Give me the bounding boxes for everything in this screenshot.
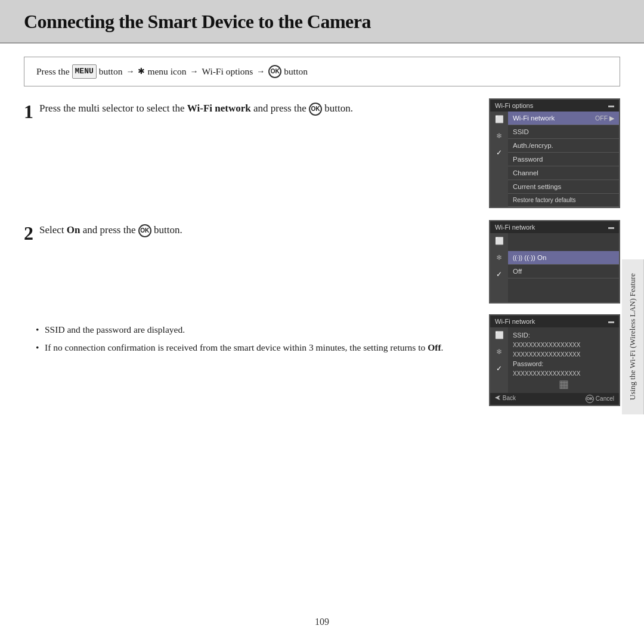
menu-item-off: Off bbox=[508, 265, 619, 278]
step-2-row: 2 Select On and press the OK button. Wi-… bbox=[24, 220, 620, 304]
screen1-body: ⬜ ❄ ✓ Wi-Fi network OFF ▶ SSID bbox=[490, 112, 619, 207]
wrench-icon-3: ✓ bbox=[496, 364, 502, 373]
notes-and-screen3: SSID and the password are displayed. If … bbox=[24, 314, 620, 406]
screen2-header: Wi-Fi network ▬ bbox=[490, 221, 619, 233]
screen2-menu: ((·)) ((·)) On Off bbox=[508, 233, 619, 302]
step-1-plain3: button. bbox=[322, 103, 353, 114]
wifi-menu-icon: ✱ bbox=[138, 65, 145, 78]
ok-icon-step1: OK bbox=[309, 103, 322, 116]
wrench-icon-2: ✓ bbox=[496, 270, 502, 278]
screen2-title: Wi-Fi network bbox=[495, 224, 535, 231]
camera-icon-2: ⬜ bbox=[495, 237, 504, 245]
screen3-info: SSID: XXXXXXXXXXXXXXXXX XXXXXXXXXXXXXXXX… bbox=[508, 327, 619, 393]
step-2-bold: On bbox=[67, 224, 80, 236]
screen1-title: Wi-Fi options bbox=[495, 102, 533, 109]
menu-item-password: Password bbox=[508, 153, 619, 166]
title-bar: Connecting the Smart Device to the Camer… bbox=[0, 0, 644, 44]
step-1-number: 1 bbox=[24, 102, 33, 121]
ssid-value2: XXXXXXXXXXXXXXXXX bbox=[513, 351, 580, 358]
page-title: Connecting the Smart Device to the Camer… bbox=[24, 11, 620, 33]
step-1-screen: Wi-Fi options ▬ ⬜ ❄ ✓ Wi-Fi network OF bbox=[489, 98, 620, 208]
arrow3: → bbox=[256, 65, 265, 78]
step-2-text: Select On and press the OK button. bbox=[39, 222, 471, 238]
screen3-header: Wi-Fi network ▬ bbox=[490, 315, 619, 327]
password-value: XXXXXXXXXXXXXXXXX bbox=[513, 370, 580, 377]
menu-item-wifi-network: Wi-Fi network OFF ▶ bbox=[508, 112, 619, 125]
screen1-header-icon: ▬ bbox=[608, 102, 614, 109]
screen3-title: Wi-Fi network bbox=[495, 318, 535, 325]
step-1-plain: Press the multi selector to select the bbox=[39, 103, 187, 114]
ssid-label: SSID: bbox=[513, 332, 530, 339]
ok-icon-nav: OK bbox=[268, 65, 281, 78]
menu-item-restore: Restore factory defaults bbox=[508, 194, 619, 207]
screen1-menu: Wi-Fi network OFF ▶ SSID Auth./encryp. P… bbox=[508, 112, 619, 207]
step-1-bold: Wi-Fi network bbox=[187, 103, 251, 114]
cancel-label: OK Cancel bbox=[586, 395, 614, 403]
camera-icon-1: ⬜ bbox=[495, 115, 504, 123]
nav-hint-box: Press the MENU button → ✱ menu icon → Wi… bbox=[24, 57, 620, 86]
menu-item-channel: Channel bbox=[508, 166, 619, 180]
step-1-plain2: and press the bbox=[251, 103, 309, 114]
camera-screen-2: Wi-Fi network ▬ ⬜ ❄ ✓ bbox=[489, 220, 620, 304]
screen3-footer: ⮜ Back OK Cancel bbox=[490, 393, 619, 405]
step-2-plain2: and press the bbox=[80, 224, 138, 236]
screen3-header-icon: ▬ bbox=[608, 318, 614, 324]
nav-hint-text1: button bbox=[99, 64, 123, 78]
main-content: Press the MENU button → ✱ menu icon → Wi… bbox=[0, 57, 644, 406]
step-1-text: Press the multi selector to select the W… bbox=[39, 101, 471, 116]
step-2-number: 2 bbox=[24, 224, 33, 243]
menu-item-wifi-network-value: OFF ▶ bbox=[595, 114, 614, 122]
note-1: SSID and the password are displayed. bbox=[36, 323, 471, 338]
step-3-screen: Wi-Fi network ▬ ⬜ ❄ ✓ SSID: XXXXXXXX bbox=[489, 314, 620, 406]
side-tab: Using the Wi-Fi (Wireless LAN) Feature bbox=[622, 259, 644, 414]
wrench-icon-1: ✓ bbox=[496, 148, 502, 157]
nav-hint-text4: button bbox=[284, 64, 308, 78]
menu-item-current: Current settings bbox=[508, 180, 619, 194]
wifi-on-label: ((·)) ((·)) On bbox=[513, 254, 546, 261]
menu-item-wifi-network-label: Wi-Fi network bbox=[513, 114, 555, 122]
ok-small-icon: OK bbox=[586, 395, 594, 403]
step-2-screen: Wi-Fi network ▬ ⬜ ❄ ✓ bbox=[489, 220, 620, 304]
ok-icon-step2: OK bbox=[138, 224, 151, 237]
menu-item-auth: Auth./encryp. bbox=[508, 139, 619, 153]
menu-key: MENU bbox=[72, 64, 97, 79]
screen1-header: Wi-Fi options ▬ bbox=[490, 100, 619, 112]
step-2-left: 2 Select On and press the OK button. bbox=[24, 220, 471, 243]
camera-screen-1: Wi-Fi options ▬ ⬜ ❄ ✓ Wi-Fi network OF bbox=[489, 98, 620, 208]
screen2-sidebar: ⬜ ❄ ✓ bbox=[490, 233, 508, 302]
step-1-row: 1 Press the multi selector to select the… bbox=[24, 98, 620, 208]
camera-icon-3: ⬜ bbox=[495, 331, 504, 339]
arrow1: → bbox=[126, 65, 134, 78]
notes-list: SSID and the password are displayed. If … bbox=[24, 323, 471, 356]
password-label-row: Password: bbox=[513, 359, 614, 369]
step-1-left: 1 Press the multi selector to select the… bbox=[24, 98, 471, 121]
ssid-value2-row: XXXXXXXXXXXXXXXXX bbox=[513, 349, 614, 359]
password-value-row: XXXXXXXXXXXXXXXXX bbox=[513, 369, 614, 378]
ssid-value1-row: XXXXXXXXXXXXXXXXX bbox=[513, 340, 614, 349]
screen2-body: ⬜ ❄ ✓ ((·)) ((·)) On bbox=[490, 233, 619, 302]
screen2-header-icon: ▬ bbox=[608, 224, 614, 230]
snowflake-icon-2: ❄ bbox=[496, 253, 502, 262]
nav-hint-text3: Wi-Fi options bbox=[202, 64, 253, 78]
notes-section: SSID and the password are displayed. If … bbox=[24, 314, 471, 360]
steps-container: 1 Press the multi selector to select the… bbox=[24, 98, 620, 304]
back-label: ⮜ Back bbox=[495, 395, 516, 403]
note-2: If no connection confirmation is receive… bbox=[36, 340, 471, 355]
menu-item-on: ((·)) ((·)) On bbox=[508, 251, 619, 265]
screen3-sidebar: ⬜ ❄ ✓ bbox=[490, 327, 508, 393]
nav-hint-text2: menu icon bbox=[147, 64, 186, 78]
ssid-label-row: SSID: bbox=[513, 330, 614, 340]
snowflake-icon-1: ❄ bbox=[496, 132, 502, 140]
password-label: Password: bbox=[513, 360, 543, 367]
screen1-sidebar: ⬜ ❄ ✓ bbox=[490, 112, 508, 207]
qr-icon: ▦ bbox=[559, 377, 569, 391]
snowflake-icon-3: ❄ bbox=[496, 348, 502, 356]
nav-hint-prefix: Press the bbox=[36, 64, 70, 78]
page-number: 109 bbox=[0, 617, 644, 627]
ssid-value1: XXXXXXXXXXXXXXXXX bbox=[513, 342, 580, 348]
camera-screen-3: Wi-Fi network ▬ ⬜ ❄ ✓ SSID: XXXXXXXX bbox=[489, 314, 620, 406]
step-2-plain3: button. bbox=[151, 224, 182, 236]
step-2-plain: Select bbox=[39, 224, 67, 236]
arrow2: → bbox=[190, 65, 198, 78]
menu-item-ssid: SSID bbox=[508, 125, 619, 139]
